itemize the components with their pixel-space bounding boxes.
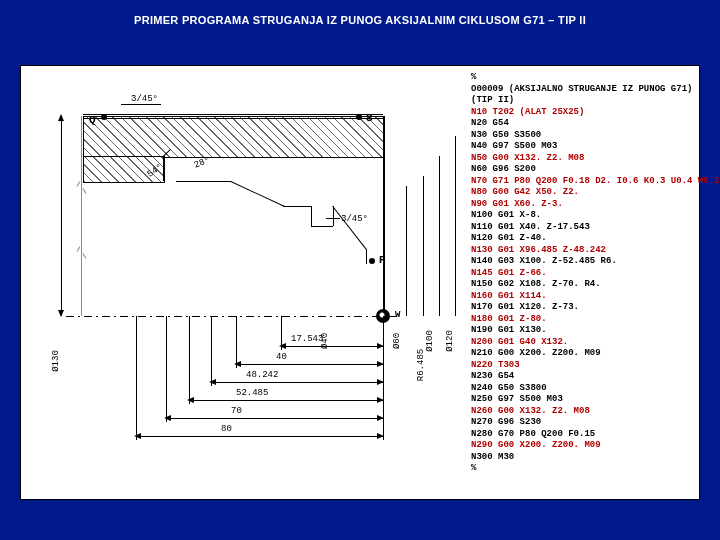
dim-40 — [236, 364, 383, 365]
gcode-line: N210 G00 X200. Z200. M09 — [471, 348, 693, 360]
gcode-line: N80 G00 G42 X50. Z2. — [471, 187, 693, 199]
gcode-line: N140 G03 X100. Z-52.485 R6. — [471, 256, 693, 268]
gcode-line: N60 G96 S200 — [471, 164, 693, 176]
dim-70 — [166, 418, 383, 419]
dim-80 — [136, 436, 383, 437]
gcode-line: N160 G01 X114. — [471, 291, 693, 303]
ref-p: P — [379, 254, 386, 266]
gcode-line: N170 G01 X120. Z-73. — [471, 302, 693, 314]
gcode-line: N240 G50 S3800 — [471, 383, 693, 395]
ref-s: S — [366, 112, 373, 124]
point-p-icon — [369, 258, 375, 264]
ref-q: Q — [89, 114, 96, 126]
gcode-line: N90 G01 X60. Z-3. — [471, 199, 693, 211]
point-q-icon — [101, 114, 107, 120]
dim-17-543 — [281, 346, 383, 347]
dia-40: Ø40 — [320, 333, 330, 349]
content-panel: W Q S P 3/45° 28° 54° — [20, 65, 700, 500]
gcode-line: N270 G96 S230 — [471, 417, 693, 429]
gcode-line: N30 G50 S3500 — [471, 130, 693, 142]
technical-drawing: W Q S P 3/45° 28° 54° — [21, 66, 461, 499]
gcode-line: N10 T202 (ALAT 25X25) — [471, 107, 693, 119]
gcode-line: N120 G01 Z-40. — [471, 233, 693, 245]
dim-52-485 — [189, 400, 383, 401]
gcode-line: (TIP II) — [471, 95, 693, 107]
dim-80-label: 80 — [221, 424, 232, 434]
dia-120: Ø120 — [445, 330, 455, 352]
gcode-line: N280 G70 P80 Q200 F0.15 — [471, 429, 693, 441]
gcode-line: N150 G02 X108. Z-70. R4. — [471, 279, 693, 291]
gcode-line: N100 G01 X-8. — [471, 210, 693, 222]
gcode-line: N250 G97 S500 M03 — [471, 394, 693, 406]
gcode-line: N70 G71 P80 Q200 F0.18 D2. I0.6 K0.3 U0.… — [471, 176, 693, 188]
dim-48-242-label: 48.242 — [246, 370, 278, 380]
dia-130: Ø130 — [51, 350, 61, 372]
slide-title: PRIMER PROGRAMA STRUGANJA IZ PUNOG AKSIJ… — [0, 0, 720, 26]
chamfer-top: 3/45° — [131, 94, 158, 104]
gcode-line: N50 G00 X132. Z2. M08 — [471, 153, 693, 165]
dia-60: Ø60 — [392, 333, 402, 349]
gcode-listing: %O00009 (AKSIJALNO STRUGANJE IZ PUNOG G7… — [471, 72, 693, 493]
gcode-line: N110 G01 X40. Z-17.543 — [471, 222, 693, 234]
dim-r: R6.485 — [416, 349, 426, 381]
dim-52-485-label: 52.485 — [236, 388, 268, 398]
gcode-line: % — [471, 72, 693, 84]
dim-17-543-label: 17.543 — [291, 334, 323, 344]
gcode-line: N145 G01 Z-66. — [471, 268, 693, 280]
dim-48-242 — [211, 382, 383, 383]
hatch-top — [83, 116, 385, 158]
gcode-line: N230 G54 — [471, 371, 693, 383]
dia-100: Ø100 — [425, 330, 435, 352]
gcode-line: N130 G01 X96.485 Z-48.242 — [471, 245, 693, 257]
gcode-line: N300 M30 — [471, 452, 693, 464]
gcode-line: N220 T303 — [471, 360, 693, 372]
dim-40-label: 40 — [276, 352, 287, 362]
gcode-line: O00009 (AKSIJALNO STRUGANJE IZ PUNOG G71… — [471, 84, 693, 96]
ref-w: W — [395, 310, 400, 320]
gcode-line: N190 G01 X130. — [471, 325, 693, 337]
gcode-line: N180 G01 Z-80. — [471, 314, 693, 326]
chamfer-groove: 3/45° — [341, 214, 368, 224]
gcode-line: N40 G97 S500 M03 — [471, 141, 693, 153]
point-s-icon — [356, 114, 362, 120]
gcode-line: N200 G01 G40 X132. — [471, 337, 693, 349]
gcode-line: % — [471, 463, 693, 475]
gcode-line: N260 G00 X132. Z2. M08 — [471, 406, 693, 418]
gcode-line: N290 G00 X200. Z200. M09 — [471, 440, 693, 452]
dim-70-label: 70 — [231, 406, 242, 416]
gcode-line: N20 G54 — [471, 118, 693, 130]
